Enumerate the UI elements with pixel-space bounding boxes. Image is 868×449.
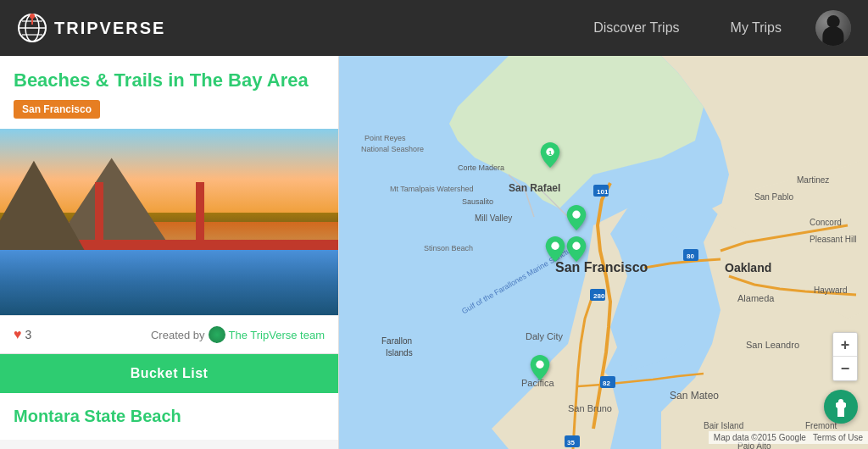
nav-links: Discover Trips My Trips bbox=[593, 20, 782, 36]
svg-text:San Pablo: San Pablo bbox=[754, 192, 794, 202]
trip-title: Beaches & Trails in The Bay Area bbox=[14, 69, 325, 91]
trip-card-header: Beaches & Trails in The Bay Area San Fra… bbox=[0, 56, 338, 129]
svg-text:80: 80 bbox=[687, 252, 694, 260]
montara-card: Montara State Beach bbox=[0, 393, 338, 440]
likes: ♥ 3 bbox=[14, 327, 31, 342]
svg-text:Bair Island: Bair Island bbox=[704, 421, 743, 430]
street-view-icon[interactable] bbox=[824, 390, 858, 424]
map-area[interactable]: San Francisco Oakland Alameda San Rafael… bbox=[339, 56, 868, 449]
svg-text:San Mateo: San Mateo bbox=[670, 390, 719, 402]
svg-text:1: 1 bbox=[548, 149, 552, 157]
zoom-out-button[interactable]: − bbox=[833, 357, 857, 380]
terms-link[interactable]: Terms of Use bbox=[813, 433, 863, 442]
svg-text:Daly City: Daly City bbox=[526, 331, 564, 341]
svg-point-47 bbox=[573, 242, 581, 250]
svg-text:280: 280 bbox=[593, 292, 605, 300]
montara-title: Montara State Beach bbox=[14, 407, 325, 426]
svg-text:Concord: Concord bbox=[810, 218, 842, 227]
svg-point-5 bbox=[30, 14, 35, 19]
bridge-tower-left bbox=[95, 182, 103, 250]
svg-point-46 bbox=[573, 211, 581, 219]
svg-text:Mt Tamalpais Watershed: Mt Tamalpais Watershed bbox=[390, 185, 474, 193]
map-pin-1[interactable]: 1 bbox=[540, 142, 560, 168]
heart-icon: ♥ bbox=[14, 327, 22, 342]
trip-card-beaches: Beaches & Trails in The Bay Area San Fra… bbox=[0, 56, 338, 354]
creator-link[interactable]: The TripVerse team bbox=[229, 329, 325, 341]
left-panel: Beaches & Trails in The Bay Area San Fra… bbox=[0, 56, 339, 449]
location-badge[interactable]: San Francisco bbox=[14, 100, 100, 119]
svg-text:35: 35 bbox=[567, 439, 575, 446]
map-zoom-controls: + − bbox=[832, 332, 858, 381]
svg-text:82: 82 bbox=[603, 380, 610, 387]
bridge-scene bbox=[0, 129, 338, 315]
water bbox=[0, 250, 338, 315]
bucket-list-button[interactable]: Bucket List bbox=[0, 354, 338, 393]
zoom-in-button[interactable]: + bbox=[833, 333, 857, 357]
created-by-text: Created by bbox=[151, 329, 205, 341]
svg-text:San Francisco: San Francisco bbox=[555, 260, 648, 274]
map-attribution: Map data ©2015 Google Terms of Use bbox=[709, 431, 868, 444]
svg-text:Fremont: Fremont bbox=[805, 421, 837, 430]
logo-text: TRIPVERSE bbox=[54, 19, 165, 38]
svg-text:Islands: Islands bbox=[386, 348, 413, 358]
svg-text:Hayward: Hayward bbox=[814, 285, 847, 295]
logo-globe-icon bbox=[17, 13, 47, 43]
nav-discover[interactable]: Discover Trips bbox=[593, 20, 679, 36]
svg-text:San Rafael: San Rafael bbox=[509, 182, 560, 194]
svg-text:San Bruno: San Bruno bbox=[568, 403, 612, 413]
main-content: Beaches & Trails in The Bay Area San Fra… bbox=[0, 56, 868, 449]
map-pin-4[interactable] bbox=[545, 236, 565, 262]
svg-text:Oakland: Oakland bbox=[725, 261, 771, 274]
svg-text:Sausalito: Sausalito bbox=[462, 197, 493, 206]
logo-area: TRIPVERSE bbox=[17, 13, 165, 43]
creator-info: Created by The TripVerse team bbox=[151, 326, 325, 343]
svg-text:Farallon: Farallon bbox=[381, 336, 412, 346]
svg-text:Corte Madera: Corte Madera bbox=[458, 164, 504, 172]
navbar: TRIPVERSE Discover Trips My Trips bbox=[0, 0, 868, 56]
likes-count: 3 bbox=[25, 328, 32, 341]
map-pin-3[interactable] bbox=[566, 236, 587, 262]
svg-point-48 bbox=[552, 242, 559, 250]
svg-text:Martinez: Martinez bbox=[797, 175, 829, 185]
avatar[interactable] bbox=[815, 10, 851, 46]
svg-point-49 bbox=[536, 360, 543, 368]
map-pin-2[interactable] bbox=[566, 205, 587, 230]
map-pin-5[interactable] bbox=[530, 355, 550, 380]
avatar-image bbox=[815, 10, 851, 46]
trip-footer: ♥ 3 Created by The TripVerse team bbox=[0, 315, 338, 353]
nav-my-trips[interactable]: My Trips bbox=[731, 20, 782, 36]
svg-text:Point Reyes: Point Reyes bbox=[364, 134, 406, 142]
creator-avatar bbox=[209, 326, 225, 343]
map-svg: San Francisco Oakland Alameda San Rafael… bbox=[339, 56, 868, 449]
svg-text:San Leandro: San Leandro bbox=[746, 340, 799, 350]
svg-text:Mill Valley: Mill Valley bbox=[475, 213, 512, 223]
svg-text:Stinson Beach: Stinson Beach bbox=[424, 244, 473, 252]
svg-text:National Seashore: National Seashore bbox=[361, 145, 424, 153]
svg-text:101: 101 bbox=[597, 188, 609, 196]
trip-image bbox=[0, 129, 338, 315]
svg-text:Alameda: Alameda bbox=[737, 293, 775, 303]
svg-text:Pleasant Hill: Pleasant Hill bbox=[810, 235, 857, 244]
bridge-tower-right bbox=[196, 182, 204, 250]
